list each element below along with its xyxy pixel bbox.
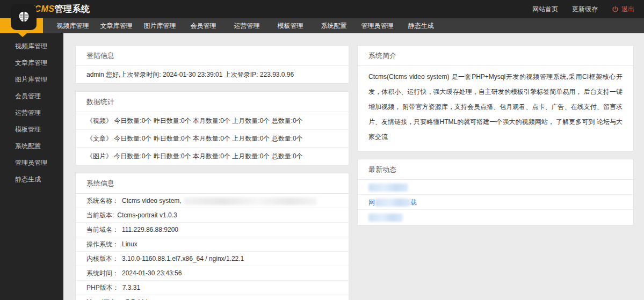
- top-bar: CTCMS管理系统 网站首页 更新缓存 退出: [0, 0, 644, 18]
- sysinfo-row-php: PHP版本：7.3.31: [76, 281, 349, 295]
- sysinfo-row-version: 当前版本:Ctcms-portrait v1.0.3: [76, 208, 349, 223]
- system-info-title: 系统信息: [76, 173, 349, 194]
- login-info-row: admin 您好,上次登录时间: 2024-01-30 23:39:01 上次登…: [76, 66, 349, 83]
- redacted-blur: [368, 184, 408, 192]
- news-item[interactable]: 网 载: [358, 195, 633, 210]
- nav-item-article[interactable]: 文章库管理: [95, 21, 138, 31]
- nav-item-image[interactable]: 图片库管理: [138, 21, 182, 31]
- system-intro-panel: 系统简介 Ctcms(Ctcms video system) 是一套PHP+My…: [357, 45, 634, 151]
- nav-item-system[interactable]: 系统配置: [312, 21, 356, 31]
- data-stats-panel: 数据统计 《视频》 今日数量:0个 昨日数量:0个 本月数量:0个 上月数量:0…: [75, 91, 349, 165]
- sidebar-item-template[interactable]: 模板管理: [0, 121, 63, 138]
- redacted-blur: [368, 214, 403, 222]
- sidebar-item-operation[interactable]: 运营管理: [0, 105, 63, 121]
- system-intro-text: Ctcms(Ctcms video system) 是一套PHP+Mysql开发…: [358, 66, 633, 151]
- system-info-panel: 系统信息 系统名称：Ctcms video system, 当前版本:Ctcms…: [75, 173, 349, 300]
- nav-item-video[interactable]: 视频库管理: [51, 21, 95, 31]
- stats-row-image: 《图片》 今日数量:0个 昨日数量:0个 本月数量:0个 上月数量:0个 总数量…: [76, 148, 349, 165]
- stats-row-article: 《文章》 今日数量:0个 昨日数量:0个 本月数量:0个 上月数量:0个 总数量…: [76, 130, 349, 148]
- redacted-blur: [375, 199, 410, 207]
- news-item[interactable]: [358, 210, 633, 225]
- data-stats-title: 数据统计: [76, 92, 349, 112]
- sidebar: 视频库管理 文章库管理 图片库管理 会员管理 运营管理 模板管理 系统配置 管理…: [0, 33, 63, 300]
- sidebar-item-admin[interactable]: 管理员管理: [0, 155, 63, 171]
- nav-pointer-triangle: [18, 33, 27, 37]
- redacted-blur: [184, 197, 317, 205]
- main-nav: 视频库管理 文章库管理 图片库管理 会员管理 运营管理 模板管理 系统配置 管理…: [0, 18, 644, 33]
- sidebar-item-video[interactable]: 视频库管理: [0, 38, 63, 55]
- sysinfo-row-domain: 当前域名：111.229.86.88:9200: [76, 223, 349, 237]
- logo-suffix-text: 管理系统: [54, 4, 90, 13]
- sidebar-item-system[interactable]: 系统配置: [0, 138, 63, 155]
- refresh-cache-link[interactable]: 更新缓存: [572, 5, 598, 14]
- latest-news-panel: 最新动态 网 载: [357, 159, 634, 225]
- sysinfo-row-kernel: 内核版本：3.10.0-1160.88.1.el7.x86_64 / nginx…: [76, 252, 349, 266]
- sysinfo-row-name: 系统名称：Ctcms video system,: [76, 194, 349, 208]
- nav-items: 视频库管理 文章库管理 图片库管理 会员管理 运营管理 模板管理 系统配置 管理…: [51, 21, 443, 31]
- stats-row-video: 《视频》 今日数量:0个 昨日数量:0个 本月数量:0个 上月数量:0个 总数量…: [76, 112, 349, 130]
- nav-item-operation[interactable]: 运营管理: [225, 21, 269, 31]
- main-content: 登陆信息 admin 您好,上次登录时间: 2024-01-30 23:39:0…: [63, 33, 644, 300]
- login-info-title: 登陆信息: [76, 46, 349, 66]
- sidebar-item-image[interactable]: 图片库管理: [0, 71, 63, 88]
- sidebar-item-static[interactable]: 静态生成: [0, 171, 63, 188]
- nav-item-admin[interactable]: 管理员管理: [356, 21, 399, 31]
- logout-label: 退出: [621, 5, 634, 14]
- logout-button[interactable]: 退出: [612, 5, 634, 14]
- sysinfo-row-mysql: Mysql版本：5.7.44-log: [76, 295, 349, 300]
- site-home-link[interactable]: 网站首页: [532, 5, 558, 14]
- brain-icon: [17, 10, 31, 25]
- app-logo-icon-box: [11, 4, 37, 30]
- news-item[interactable]: [358, 180, 633, 195]
- topbar-actions: 网站首页 更新缓存 退出: [532, 5, 634, 14]
- sidebar-item-article[interactable]: 文章库管理: [0, 55, 63, 71]
- sysinfo-row-os: 操作系统：Linux: [76, 237, 349, 252]
- power-icon: [612, 6, 619, 13]
- sysinfo-row-time: 系统时间：2024-01-30 23:43:56: [76, 266, 349, 281]
- latest-news-title: 最新动态: [358, 159, 633, 180]
- nav-item-static[interactable]: 静态生成: [399, 21, 443, 31]
- system-intro-title: 系统简介: [358, 46, 633, 66]
- nav-item-member[interactable]: 会员管理: [182, 21, 225, 31]
- sidebar-item-member[interactable]: 会员管理: [0, 88, 63, 105]
- login-info-panel: 登陆信息 admin 您好,上次登录时间: 2024-01-30 23:39:0…: [75, 45, 349, 84]
- nav-item-template[interactable]: 模板管理: [269, 21, 312, 31]
